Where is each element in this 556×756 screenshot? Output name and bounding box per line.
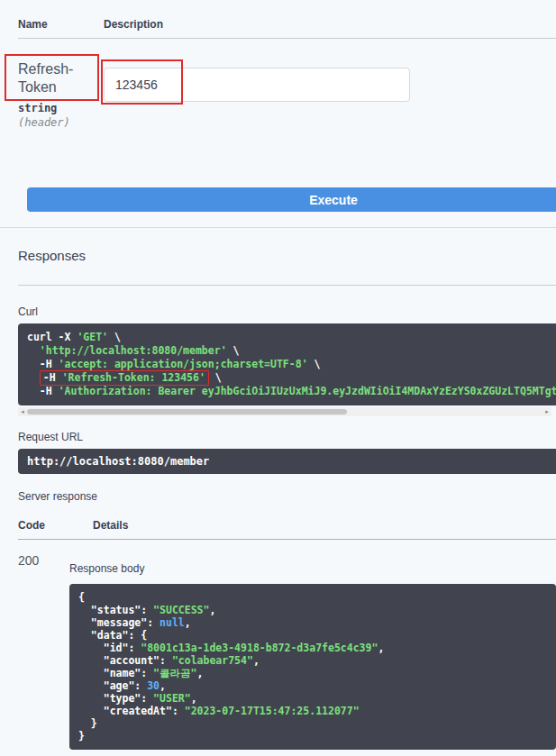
code-token xyxy=(78,654,104,667)
code-token: } xyxy=(78,717,97,730)
response-details-cell: Response body { "status": "SUCCESS", "me… xyxy=(69,553,556,750)
code-line: curl -X 'GET' \ xyxy=(27,331,556,344)
code-token: : xyxy=(128,642,141,654)
code-token: , xyxy=(209,604,215,616)
code-token: \ xyxy=(108,331,121,343)
code-token: "콜라곰" xyxy=(153,667,196,679)
code-token: , xyxy=(160,679,166,692)
code-token: : xyxy=(141,604,153,616)
code-line: -H 'Refresh-Token: 123456' \ xyxy=(27,371,556,385)
code-token: 'Authorization: Bearer eyJhbGciOiJIUzUxM… xyxy=(59,385,556,397)
code-token: { xyxy=(78,591,85,604)
code-line: "message": null, xyxy=(78,616,547,629)
request-url-label: Request URL xyxy=(18,431,556,443)
server-response-table-header: Code Details xyxy=(18,519,556,540)
status-code: 200 xyxy=(18,553,69,750)
code-token: , xyxy=(253,654,260,667)
parameters-column-name: Name xyxy=(18,18,104,31)
code-token: : xyxy=(147,616,160,629)
code-token: , xyxy=(378,642,384,654)
code-token: "id" xyxy=(104,642,129,654)
response-body-label: Response body xyxy=(69,562,556,575)
code-token: "data" xyxy=(91,629,129,642)
code-token xyxy=(78,679,104,692)
code-line: -H 'accept: application/json;charset=UTF… xyxy=(27,358,556,371)
code-token: 30 xyxy=(147,679,160,692)
code-token: : xyxy=(172,705,185,717)
code-token xyxy=(27,371,40,384)
code-token: "type" xyxy=(104,692,141,705)
code-token: : xyxy=(134,679,147,692)
code-token: 'GET' xyxy=(77,331,108,343)
code-token: } xyxy=(78,730,85,742)
execute-button[interactable]: Execute xyxy=(27,187,556,212)
parameter-name-cell: Refresh-Token string (header) xyxy=(18,60,104,129)
code-token: , xyxy=(185,616,191,629)
code-token: "SUCCESS" xyxy=(153,604,209,616)
scrollbar-left-arrow[interactable]: ◂ xyxy=(18,407,27,416)
server-response-row: 200 Response body { "status": "SUCCESS",… xyxy=(18,540,556,750)
scrollbar-thumb[interactable] xyxy=(27,409,347,414)
code-token: "colabear754" xyxy=(172,654,253,667)
response-body: { "status": "SUCCESS", "message": null, … xyxy=(69,584,556,750)
code-line: 'http://localhost:8080/member' \ xyxy=(27,344,556,358)
code-token xyxy=(78,667,104,679)
code-token: : xyxy=(141,667,153,679)
code-token xyxy=(78,692,104,705)
code-token: -H xyxy=(27,385,59,397)
code-token: \ xyxy=(209,371,222,384)
code-token: "account" xyxy=(104,654,160,667)
code-line: "age": 30, xyxy=(78,679,547,692)
parameters-column-description: Description xyxy=(104,18,163,31)
code-token xyxy=(78,604,91,616)
code-line: "name": "콜라곰", xyxy=(78,667,547,679)
parameter-name: Refresh-Token xyxy=(18,60,83,96)
code-token: curl -X xyxy=(27,331,77,343)
code-token: "age" xyxy=(104,679,135,692)
scrollbar-right-arrow[interactable]: ▸ xyxy=(542,407,551,416)
code-token: 'http://localhost:8080/member' xyxy=(40,344,227,357)
scrollbar-track[interactable] xyxy=(27,407,542,416)
code-token xyxy=(27,344,40,357)
server-response-label: Server response xyxy=(18,490,556,503)
code-token: "8001c13a-1de3-4918-b872-d3a7fe5c4c39" xyxy=(141,642,378,654)
code-token xyxy=(78,629,91,642)
refresh-token-input[interactable] xyxy=(104,68,410,102)
code-token: 'Refresh-Token: 123456' xyxy=(62,371,205,384)
code-token: , xyxy=(191,692,197,705)
code-line: "status": "SUCCESS", xyxy=(78,604,547,616)
code-token: "message" xyxy=(91,616,147,629)
code-line: } xyxy=(78,730,547,742)
code-token: 'accept: application/json;charset=UTF-8' xyxy=(59,358,308,370)
curl-command: curl -X 'GET' \ 'http://localhost:8080/m… xyxy=(18,323,556,405)
code-line: "data": { xyxy=(78,629,547,642)
code-token: "name" xyxy=(104,667,141,679)
code-line: "account": "colabear754", xyxy=(78,654,547,667)
code-token xyxy=(78,616,91,629)
code-token: -H xyxy=(43,371,62,384)
responses-section: Responses Curl curl -X 'GET' \ 'http://l… xyxy=(0,248,556,750)
curl-scrollbar[interactable]: ◂ ▸ xyxy=(18,407,551,416)
code-token: \ xyxy=(227,344,240,357)
swagger-operation-panel: Name Description Refresh-Token string (h… xyxy=(0,0,556,750)
code-token: "2023-07-17T15:47:25.112077" xyxy=(185,705,360,717)
code-line: "createdAt": "2023-07-17T15:47:25.112077… xyxy=(78,705,547,717)
parameters-section: Name Description Refresh-Token string (h… xyxy=(0,0,556,228)
code-token: null xyxy=(160,616,185,629)
code-token xyxy=(78,705,104,717)
code-line: -H 'Authorization: Bearer eyJhbGciOiJIUz… xyxy=(27,385,556,398)
code-token: : xyxy=(160,654,172,667)
code-token: , xyxy=(196,667,203,679)
code-token xyxy=(78,642,104,654)
code-line: "type": "USER", xyxy=(78,692,547,705)
code-token: "status" xyxy=(91,604,141,616)
code-line: "id": "8001c13a-1de3-4918-b872-d3a7fe5c4… xyxy=(78,642,547,654)
parameter-type: string xyxy=(18,102,104,114)
parameter-location: (header) xyxy=(18,116,104,129)
code-line: { xyxy=(78,591,547,604)
parameter-row: Refresh-Token string (header) xyxy=(18,60,556,129)
code-token: "createdAt" xyxy=(104,705,172,717)
code-token: : { xyxy=(128,629,147,642)
code-token: "USER" xyxy=(153,692,191,705)
curl-label: Curl xyxy=(18,305,556,318)
